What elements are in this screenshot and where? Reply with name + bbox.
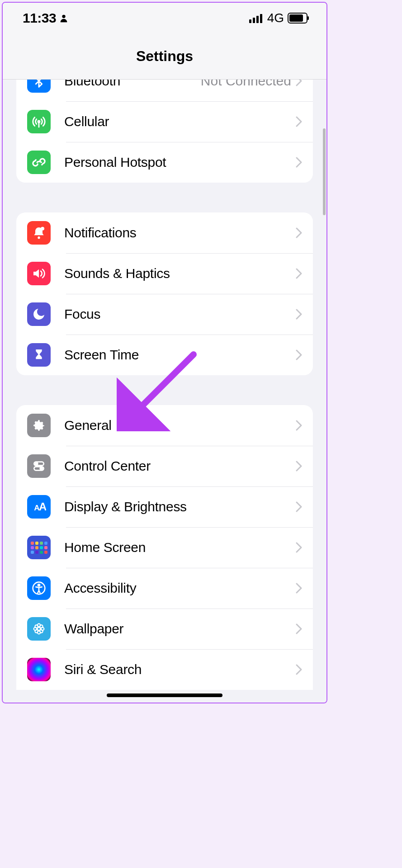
row-notifications[interactable]: Notifications xyxy=(16,212,313,253)
chevron-right-icon xyxy=(296,268,302,279)
svg-text:A: A xyxy=(39,500,46,513)
svg-point-18 xyxy=(38,584,40,586)
network-type: 4G xyxy=(267,11,284,25)
svg-rect-4 xyxy=(260,14,262,23)
svg-point-14 xyxy=(40,467,43,470)
row-label: Home Screen xyxy=(64,540,296,555)
signal-icon xyxy=(249,13,264,23)
siri-icon xyxy=(27,658,51,681)
scroll-indicator[interactable] xyxy=(323,128,326,215)
gear-icon xyxy=(27,414,51,437)
row-homescreen[interactable]: Home Screen xyxy=(16,527,313,568)
row-sounds[interactable]: Sounds & Haptics xyxy=(16,253,313,294)
chevron-right-icon xyxy=(296,309,302,320)
chevron-right-icon xyxy=(296,80,302,86)
svg-rect-1 xyxy=(249,19,251,23)
row-general[interactable]: General xyxy=(16,405,313,446)
svg-point-26 xyxy=(35,630,38,633)
homegrid-icon xyxy=(27,536,51,559)
row-label: Control Center xyxy=(64,458,296,474)
link-icon xyxy=(27,151,51,174)
row-label: Personal Hotspot xyxy=(64,155,296,170)
phone-frame: 11:33 4G Settings Bl xyxy=(2,2,327,703)
row-label: Screen Time xyxy=(64,347,296,363)
chevron-right-icon xyxy=(296,420,302,431)
row-label: Bluetooth xyxy=(64,80,201,89)
group-alerts: Notifications Sounds & Haptics Focus xyxy=(16,212,313,375)
row-label: General xyxy=(64,418,296,433)
svg-point-12 xyxy=(35,462,38,465)
row-label: Focus xyxy=(64,307,296,322)
bluetooth-icon xyxy=(27,80,51,93)
svg-point-9 xyxy=(38,236,40,239)
svg-point-25 xyxy=(40,625,43,628)
svg-rect-7 xyxy=(307,16,309,20)
row-label: Wallpaper xyxy=(64,621,296,637)
chevron-right-icon xyxy=(296,501,302,512)
speaker-icon xyxy=(27,262,51,285)
chevron-right-icon xyxy=(296,461,302,472)
row-label: Siri & Search xyxy=(64,662,296,677)
chevron-right-icon xyxy=(296,542,302,553)
row-bluetooth[interactable]: Bluetooth Not Connected xyxy=(16,80,313,101)
antenna-icon xyxy=(27,110,51,133)
status-bar: 11:33 4G xyxy=(3,3,326,33)
moon-icon xyxy=(27,302,51,326)
chevron-right-icon xyxy=(296,116,302,127)
bell-icon xyxy=(27,221,51,245)
chevron-right-icon xyxy=(296,623,302,634)
row-label: Notifications xyxy=(64,225,296,241)
home-indicator[interactable] xyxy=(107,693,222,697)
svg-point-24 xyxy=(35,625,38,628)
row-label: Sounds & Haptics xyxy=(64,266,296,281)
svg-point-10 xyxy=(41,227,44,231)
hourglass-icon xyxy=(27,343,51,367)
chevron-right-icon xyxy=(296,664,302,675)
page-title: Settings xyxy=(136,48,193,65)
status-left: 11:33 xyxy=(23,10,69,26)
textsize-icon: AA xyxy=(27,495,51,519)
svg-point-0 xyxy=(62,15,66,18)
settings-list[interactable]: Bluetooth Not Connected Cellular Persona… xyxy=(3,80,326,703)
svg-rect-2 xyxy=(253,18,255,23)
chevron-right-icon xyxy=(296,349,302,360)
row-controlcenter[interactable]: Control Center xyxy=(16,446,313,486)
row-accessibility[interactable]: Accessibility xyxy=(16,568,313,609)
switches-icon xyxy=(27,454,51,478)
svg-point-27 xyxy=(40,630,43,633)
row-label: Accessibility xyxy=(64,580,296,596)
row-label: Cellular xyxy=(64,114,296,129)
flower-icon xyxy=(27,617,51,641)
chevron-right-icon xyxy=(296,583,302,594)
row-cellular[interactable]: Cellular xyxy=(16,101,313,142)
row-value: Not Connected xyxy=(201,80,291,89)
row-hotspot[interactable]: Personal Hotspot xyxy=(16,142,313,183)
status-right: 4G xyxy=(249,11,309,25)
status-time: 11:33 xyxy=(23,10,56,26)
chevron-right-icon xyxy=(296,227,302,238)
nav-header: Settings xyxy=(3,33,326,80)
battery-icon xyxy=(288,13,309,24)
row-wallpaper[interactable]: Wallpaper xyxy=(16,609,313,649)
row-label: Display & Brightness xyxy=(64,499,296,514)
accessibility-icon xyxy=(27,576,51,600)
row-siri[interactable]: Siri & Search xyxy=(16,649,313,690)
group-general: General Control Center AA Display & Brig… xyxy=(16,405,313,690)
row-display[interactable]: AA Display & Brightness xyxy=(16,486,313,527)
svg-rect-3 xyxy=(256,16,259,23)
user-icon xyxy=(59,13,69,23)
row-screentime[interactable]: Screen Time xyxy=(16,335,313,375)
row-focus[interactable]: Focus xyxy=(16,294,313,335)
svg-rect-6 xyxy=(289,14,303,22)
group-connectivity: Bluetooth Not Connected Cellular Persona… xyxy=(16,80,313,183)
chevron-right-icon xyxy=(296,157,302,168)
